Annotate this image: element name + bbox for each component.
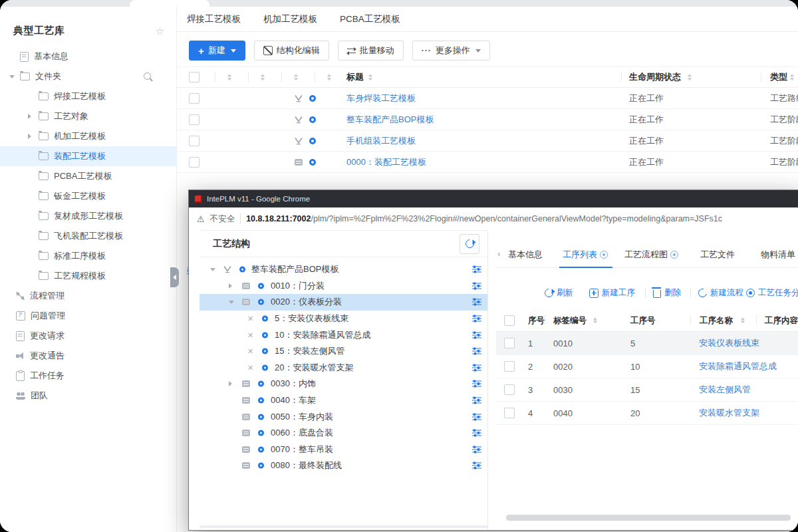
favorite-star-icon[interactable]: ☆ <box>156 26 164 36</box>
operation-link[interactable]: 安装暖水管支架 <box>699 408 759 418</box>
row-checkbox[interactable] <box>504 384 515 395</box>
sidebar-item-assembly-template[interactable]: 装配工艺模板 <box>0 146 176 166</box>
tree-node-station[interactable]: 0040：车架 <box>200 392 487 409</box>
row-checkbox[interactable] <box>189 157 200 168</box>
tree-node-station[interactable]: 0060：底盘合装 <box>200 425 487 442</box>
filter-sliders-icon[interactable] <box>472 380 481 388</box>
sidebar-item-welding-template[interactable]: 焊接工艺模板 <box>0 86 176 106</box>
template-link[interactable]: 手机组装工艺模板 <box>346 136 416 146</box>
sidebar-item-team[interactable]: 团队 <box>0 386 176 406</box>
sort-icon[interactable] <box>261 74 265 80</box>
table-row[interactable]: 整车装配产品BOP模板 正在工作 工艺阶段 <box>177 109 798 130</box>
tab-machining-template[interactable]: 机加工艺模板 <box>263 7 317 31</box>
template-link[interactable]: 整车装配产品BOP模板 <box>346 114 434 124</box>
tab-operation-list[interactable]: 工序列表 <box>563 249 608 261</box>
sidebar-collapse-handle[interactable] <box>170 267 179 287</box>
sidebar-item-composite-template[interactable]: 复材成形工艺模板 <box>0 206 176 226</box>
chevron-right-icon[interactable] <box>28 114 31 119</box>
sidebar-item-machining-template[interactable]: 机加工艺模板 <box>0 126 176 146</box>
tab-scroll-left-icon[interactable]: ‹ <box>497 249 500 259</box>
row-checkbox[interactable] <box>189 114 200 125</box>
filter-sliders-icon[interactable] <box>472 299 481 306</box>
filter-sliders-icon[interactable] <box>472 331 481 338</box>
operation-row[interactable]: 4 0040 20 安装暖水管支架 <box>496 402 798 425</box>
tree-node-station[interactable]: 0010：门分装 <box>200 278 487 295</box>
sort-icon[interactable] <box>227 74 231 80</box>
tree-node-operation[interactable]: ✕15：安装左侧风管 <box>200 343 487 360</box>
row-checkbox[interactable] <box>189 136 200 146</box>
tree-node-station[interactable]: 0030：内饰 <box>200 376 487 392</box>
batch-move-button[interactable]: 批量移动 <box>338 41 404 61</box>
select-all-checkbox[interactable] <box>504 315 515 326</box>
filter-sliders-icon[interactable] <box>472 364 481 371</box>
sidebar-item-standard-operation-template[interactable]: 标准工序模板 <box>0 246 176 266</box>
tree-node-station[interactable]: 0070：整车吊装 <box>200 442 487 458</box>
filter-sliders-icon[interactable] <box>472 315 481 323</box>
row-checkbox[interactable] <box>504 338 515 348</box>
sort-icon[interactable] <box>368 74 372 80</box>
sidebar-item-workflow-management[interactable]: 流程管理 <box>0 286 176 306</box>
filter-sliders-icon[interactable] <box>472 446 481 453</box>
new-flow-action[interactable]: 新建流程 <box>698 287 743 299</box>
filter-sliders-icon[interactable] <box>472 413 481 420</box>
table-row[interactable]: 手机组装工艺模板 正在工作 工艺阶段 <box>177 130 798 152</box>
operation-link[interactable]: 安装左侧风管 <box>699 384 751 394</box>
filter-sliders-icon[interactable] <box>472 430 481 437</box>
tab-pcba-template[interactable]: PCBA工艺模板 <box>340 7 400 31</box>
tree-node-station[interactable]: 0050：车身内装 <box>200 408 487 425</box>
tree-node-root[interactable]: 整车装配产品BOP模板 <box>200 261 487 278</box>
row-checkbox[interactable] <box>504 408 515 418</box>
select-all-checkbox[interactable] <box>189 72 200 82</box>
sidebar-item-sheetmetal-template[interactable]: 钣金工艺模板 <box>0 186 176 206</box>
tab-process-files[interactable]: 工艺文件 <box>700 249 735 261</box>
sidebar-item-basic-info[interactable]: 基本信息 <box>0 47 176 66</box>
tab-basic-info[interactable]: 基本信息 <box>508 249 543 261</box>
sidebar-item-process-spec-template[interactable]: 工艺规程模板 <box>0 266 176 286</box>
sidebar-item-process-object[interactable]: 工艺对象 <box>0 106 176 126</box>
chevron-right-icon[interactable] <box>229 283 232 289</box>
refresh-action[interactable]: 刷新 <box>545 287 573 299</box>
tree-node-station[interactable]: 0080：最终装配线 <box>200 458 487 474</box>
delete-action[interactable]: 删除 <box>653 287 681 299</box>
refresh-button[interactable] <box>460 234 479 254</box>
sort-icon[interactable] <box>294 74 298 80</box>
filter-sliders-icon[interactable] <box>472 397 481 404</box>
operation-row[interactable]: 1 0010 5 安装仪表板线束 <box>496 332 798 355</box>
structured-edit-button[interactable]: 结构化编辑 <box>254 41 329 61</box>
sidebar-item-change-request[interactable]: 更改请求 <box>0 326 176 346</box>
row-checkbox[interactable] <box>189 93 200 104</box>
sidebar-item-pcba-template[interactable]: PCBA工艺模板 <box>0 166 176 186</box>
chevron-right-icon[interactable] <box>28 134 31 139</box>
filter-sliders-icon[interactable] <box>472 266 481 273</box>
operation-link[interactable]: 安装仪表板线束 <box>699 338 759 348</box>
tree-horizontal-scrollbar[interactable] <box>200 525 487 528</box>
sort-icon[interactable] <box>327 74 331 80</box>
chevron-down-icon[interactable] <box>229 301 234 304</box>
operation-link[interactable]: 安装除霜通风管总成 <box>699 361 777 371</box>
address-bar[interactable]: ⚠ 不安全 10.8.18.211:7002/plm/?iplm=%2Fplm%… <box>189 207 798 231</box>
sort-icon[interactable] <box>741 317 745 324</box>
sort-icon[interactable] <box>688 74 692 80</box>
sidebar-item-issue-management[interactable]: 问题管理 <box>0 306 176 326</box>
horizontal-scrollbar[interactable] <box>506 515 791 521</box>
tree-node-station-selected[interactable]: 0020：仪表板分装 <box>200 294 487 311</box>
operation-row[interactable]: 2 0020 10 安装除霜通风管总成 <box>496 355 798 378</box>
filter-sliders-icon[interactable] <box>472 462 481 469</box>
chevron-down-icon[interactable] <box>9 75 15 78</box>
chevron-down-icon[interactable] <box>210 268 215 271</box>
table-row[interactable]: 车身焊装工艺模板 正在工作 工艺路线 <box>177 88 798 109</box>
tree-node-operation[interactable]: ✕5：安装仪表板线束 <box>200 311 487 327</box>
new-operation-action[interactable]: 新建工序 <box>589 287 635 299</box>
search-icon[interactable] <box>144 72 151 80</box>
filter-sliders-icon[interactable] <box>472 282 481 289</box>
more-actions-button[interactable]: ···更多操作 <box>412 41 490 61</box>
tree-node-operation[interactable]: ✕20：安装暖水管支架 <box>200 360 487 376</box>
operation-row[interactable]: 3 0030 15 安装左侧风管 <box>496 378 798 402</box>
tree-node-operation[interactable]: ✕10：安装除霜通风管总成 <box>200 327 487 343</box>
assign-task-action[interactable]: 工艺任务分派 <box>746 287 798 299</box>
sidebar-item-aircraft-assembly-template[interactable]: 飞机装配工艺模板 <box>0 226 176 246</box>
sidebar-item-work-task[interactable]: 工作任务 <box>0 366 176 386</box>
row-checkbox[interactable] <box>504 361 515 372</box>
template-link[interactable]: 0000：装配工艺模板 <box>346 157 426 167</box>
popup-titlebar[interactable]: IntePLM v11 - Google Chrome <box>189 190 798 207</box>
